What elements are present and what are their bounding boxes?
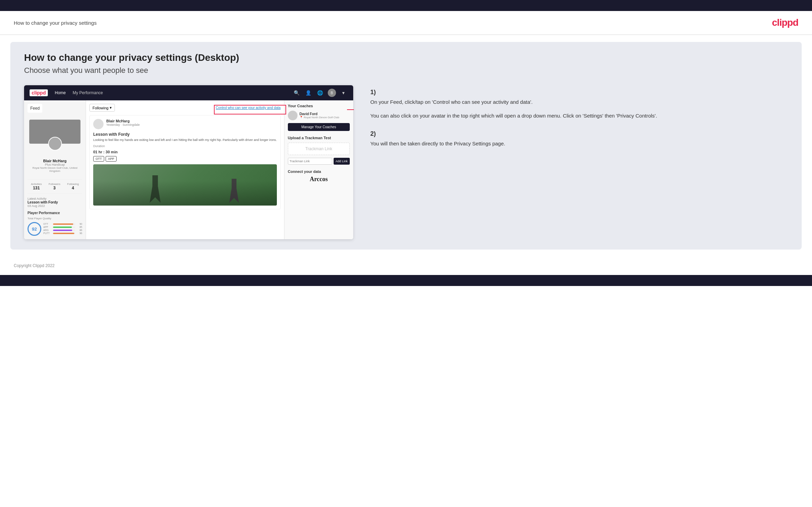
page-heading: How to change your privacy settings (Des… bbox=[24, 52, 788, 63]
post-duration-label: Duration bbox=[93, 144, 277, 148]
nav-home[interactable]: Home bbox=[55, 90, 66, 95]
stat-activities-value: 131 bbox=[31, 186, 42, 190]
logo: clippd bbox=[772, 17, 798, 28]
avatar[interactable]: B bbox=[328, 89, 336, 97]
bar-app-value: 85 bbox=[77, 226, 82, 228]
bar-ott-fill bbox=[53, 223, 73, 225]
following-label: Following bbox=[93, 106, 108, 110]
bar-putt: PUTT 96 bbox=[43, 232, 82, 234]
bar-arg-fill bbox=[53, 230, 72, 231]
app-nav: clippd Home My Performance 🔍 👤 🌐 B ▾ bbox=[24, 85, 353, 100]
stat-following-label: Following bbox=[67, 183, 79, 186]
stat-following-value: 4 bbox=[67, 186, 79, 190]
step1-number: 1) bbox=[370, 89, 781, 96]
profile-stats: Activities 131 Followers 3 Following 4 bbox=[28, 179, 82, 194]
footer-text: Copyright Clippd 2022 bbox=[14, 263, 55, 268]
globe-icon[interactable]: 🌐 bbox=[316, 89, 324, 97]
feed-header: Following ▾ Control who can see your act… bbox=[89, 104, 281, 112]
perf-title: Player Performance bbox=[28, 211, 82, 215]
instructions: 1) On your Feed, click/tap on 'Control w… bbox=[364, 85, 788, 162]
trackman-link-input[interactable] bbox=[288, 158, 332, 165]
coaches-title: Your Coaches bbox=[288, 104, 350, 108]
player-performance: Player Performance Total Player Quality … bbox=[28, 211, 82, 236]
coach-name: David Ford bbox=[300, 112, 339, 116]
post-avatar bbox=[93, 119, 104, 129]
stat-following: Following 4 bbox=[67, 183, 79, 190]
quality-row: 92 OTT 90 bbox=[28, 222, 82, 236]
page-subheading: Choose what you want people to see bbox=[24, 66, 788, 75]
connect-title: Connect your data bbox=[288, 169, 350, 174]
stat-activities: Activities 131 bbox=[31, 183, 42, 190]
coach-club: 📍 Royal North Devon Golf Club bbox=[300, 116, 339, 119]
quality-label: Total Player Quality bbox=[28, 217, 82, 220]
step1-extra: You can also click on your avatar in the… bbox=[370, 112, 781, 120]
profile-club: Royal North Devon Golf Club, United King… bbox=[29, 166, 80, 173]
coaches-section: Your Coaches David Ford 📍 Royal North De… bbox=[288, 104, 350, 131]
step2-text: You will then be taken directly to the P… bbox=[370, 140, 781, 148]
following-button[interactable]: Following ▾ bbox=[89, 104, 115, 112]
profile-name: Blair McHarg bbox=[29, 159, 80, 163]
bar-ott: OTT 90 bbox=[43, 223, 82, 225]
footer: Copyright Clippd 2022 bbox=[0, 256, 812, 275]
manage-coaches-button[interactable]: Manage Your Coaches bbox=[288, 123, 350, 131]
bar-arg-label: ARG bbox=[43, 229, 52, 231]
bar-app-track bbox=[53, 227, 75, 228]
stat-followers: Followers 3 bbox=[48, 183, 60, 190]
bar-arg-value: 86 bbox=[77, 229, 82, 231]
right-panel: Your Coaches David Ford 📍 Royal North De… bbox=[284, 100, 353, 239]
app-body: Feed Blair McHarg Plus Handicap Royal No… bbox=[24, 100, 353, 239]
post-date: Yesterday · Sunningdale bbox=[106, 123, 140, 126]
feed-tab[interactable]: Feed bbox=[28, 104, 42, 113]
quality-circle: 92 bbox=[28, 222, 41, 236]
bar-app: APP 85 bbox=[43, 226, 82, 228]
post-description: Looking to feel like my hands are exitin… bbox=[93, 138, 277, 142]
bar-putt-track bbox=[53, 233, 75, 234]
bar-arg-track bbox=[53, 230, 75, 231]
bar-ott-label: OTT bbox=[43, 223, 52, 225]
bar-app-label: APP bbox=[43, 226, 52, 228]
stat-activities-label: Activities bbox=[31, 183, 42, 186]
search-icon[interactable]: 🔍 bbox=[293, 89, 301, 97]
bar-putt-fill bbox=[53, 233, 74, 234]
header-title: How to change your privacy settings bbox=[14, 20, 97, 26]
feed-main: Following ▾ Control who can see your act… bbox=[86, 100, 284, 239]
app-nav-icons: 🔍 👤 🌐 B ▾ bbox=[293, 89, 348, 97]
connect-section: Connect your data Arccos bbox=[288, 169, 350, 183]
post-tags: OTT APP bbox=[93, 156, 277, 162]
arccos-brand: Arccos bbox=[288, 176, 350, 183]
coach-avatar bbox=[288, 111, 297, 120]
bottom-bar bbox=[0, 275, 812, 286]
latest-activity-date: 03 Aug 2022 bbox=[28, 204, 82, 208]
app-screenshot: clippd Home My Performance 🔍 👤 🌐 B ▾ bbox=[24, 85, 353, 239]
step2-number: 2) bbox=[370, 130, 781, 137]
app-logo: clippd bbox=[30, 89, 48, 96]
step1-text: On your Feed, click/tap on 'Control who … bbox=[370, 98, 781, 106]
chevron-icon: ▾ bbox=[110, 106, 112, 110]
bar-ott-value: 90 bbox=[77, 223, 82, 225]
add-link-button[interactable]: Add Link bbox=[334, 158, 350, 165]
trackman-placeholder: Trackman Link bbox=[292, 146, 346, 151]
post-author-info: Blair McHarg Yesterday · Sunningdale bbox=[106, 119, 140, 129]
trackman-upload-area: Trackman Link bbox=[288, 143, 350, 155]
trackman-title: Upload a Trackman Test bbox=[288, 136, 350, 140]
post-card: Blair McHarg Yesterday · Sunningdale Les… bbox=[89, 115, 281, 209]
profile-area: Blair McHarg Plus Handicap Royal North D… bbox=[28, 116, 82, 176]
stat-followers-label: Followers bbox=[48, 183, 60, 186]
post-author-name: Blair McHarg bbox=[106, 119, 140, 123]
control-privacy-link[interactable]: Control who can see your activity and da… bbox=[216, 106, 280, 110]
nav-my-performance[interactable]: My Performance bbox=[73, 90, 103, 95]
trackman-input-row: Add Link bbox=[288, 158, 350, 165]
coach-club-name: Royal North Devon Golf Club bbox=[304, 116, 339, 119]
chevron-down-icon[interactable]: ▾ bbox=[339, 89, 348, 97]
tag-ott: OTT bbox=[93, 156, 104, 162]
instruction-2: 2) You will then be taken directly to th… bbox=[370, 130, 781, 148]
profile-handicap: Plus Handicap bbox=[29, 163, 80, 166]
trackman-section: Upload a Trackman Test Trackman Link Add… bbox=[288, 136, 350, 165]
header: How to change your privacy settings clip… bbox=[0, 11, 812, 35]
latest-activity-section: Latest Activity Lesson with Fordy 03 Aug… bbox=[28, 197, 82, 208]
bar-app-fill bbox=[53, 227, 72, 228]
coach-info: David Ford 📍 Royal North Devon Golf Club bbox=[300, 112, 339, 119]
tag-app: APP bbox=[106, 156, 117, 162]
bar-putt-value: 96 bbox=[77, 232, 82, 234]
person-icon[interactable]: 👤 bbox=[304, 89, 313, 97]
